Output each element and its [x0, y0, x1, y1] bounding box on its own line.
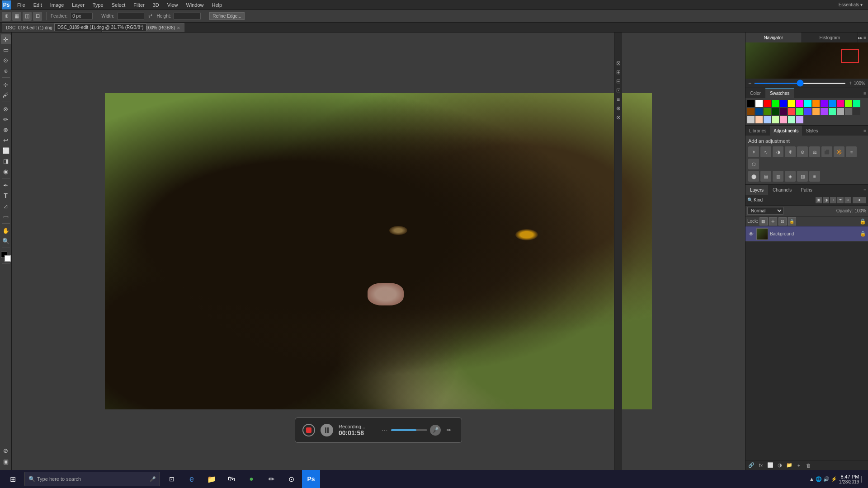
adj-channelmix[interactable]: ≋ [846, 146, 857, 157]
swatch[interactable] [853, 100, 860, 107]
layers-filter-text[interactable]: T [830, 197, 836, 203]
adj-invert[interactable]: ⬤ [748, 171, 759, 182]
nav-expand-btn[interactable]: ▸▸ [858, 35, 863, 40]
swatch[interactable] [780, 108, 787, 115]
adj-hsl[interactable]: ⊙ [797, 146, 808, 157]
swatch[interactable] [755, 108, 763, 115]
swatch[interactable] [845, 108, 852, 115]
adj-brightness[interactable]: ☀ [748, 146, 759, 157]
swatch[interactable] [829, 108, 836, 115]
swatch[interactable] [796, 100, 803, 107]
tool-zoom[interactable]: 🔍 [1, 236, 11, 246]
panel-collapse-icon5[interactable]: ≡ [615, 96, 622, 103]
panel-collapse-icon1[interactable]: ⊠ [615, 60, 622, 67]
tray-speaker[interactable]: 🔊 [823, 476, 830, 482]
recording-pause-btn[interactable] [321, 424, 333, 436]
swatch[interactable] [747, 108, 755, 115]
layer-visibility-toggle[interactable]: 👁 [747, 230, 755, 238]
tool-color-swatches[interactable] [1, 252, 11, 262]
swatch[interactable] [772, 108, 779, 115]
tab-adjustments[interactable]: Adjustments [770, 126, 802, 136]
swatch[interactable] [780, 116, 787, 123]
swatch[interactable] [821, 100, 828, 107]
width-input[interactable] [117, 13, 144, 19]
taskbar-edge[interactable]: e [183, 470, 201, 488]
panel-collapse-icon4[interactable]: ⊡ [615, 87, 622, 94]
swatch[interactable] [755, 100, 763, 107]
color-menu-btn[interactable]: ≡ [863, 91, 866, 96]
swatch[interactable] [829, 100, 836, 107]
swatch[interactable] [764, 108, 771, 115]
adj-threshold[interactable]: ▧ [773, 171, 783, 182]
panel-collapse-icon2[interactable]: ⊞ [615, 69, 622, 76]
layer-background[interactable]: 👁 Background 🔒 [745, 226, 868, 242]
swatch[interactable] [804, 108, 811, 115]
feather-input[interactable] [70, 13, 93, 19]
swatch[interactable] [747, 116, 755, 123]
tool-brush[interactable]: ✏ [1, 114, 11, 124]
panel-collapse-icon7[interactable]: ⊗ [615, 114, 622, 121]
tab-channels[interactable]: Channels [768, 185, 796, 195]
start-button[interactable]: ⊞ [2, 470, 24, 488]
tab-color[interactable]: Color [745, 88, 765, 98]
tool-pen[interactable]: ✒ [1, 180, 11, 190]
menu-filter[interactable]: Filter [130, 1, 148, 9]
lock-pixel-btn[interactable]: ▦ [760, 217, 768, 225]
tray-up-arrow[interactable]: ▲ [809, 476, 814, 482]
layers-filter-toggle[interactable]: ● [853, 197, 866, 203]
nav-zoom-out[interactable]: − [748, 80, 751, 86]
adj-levels[interactable]: ≡ [809, 171, 820, 182]
swatch[interactable] [788, 108, 795, 115]
add-layer-btn[interactable]: + [795, 461, 803, 469]
tool-screen-mode[interactable]: ▣ [1, 456, 11, 466]
tool-quick-mask[interactable]: ⊘ [1, 446, 11, 455]
add-group-btn[interactable]: 📁 [785, 461, 793, 469]
layers-filter-adj[interactable]: ◑ [823, 197, 829, 203]
tool-hand[interactable]: ✋ [1, 225, 11, 235]
background-color[interactable] [5, 255, 11, 262]
menu-select[interactable]: Select [108, 1, 129, 9]
tool-move[interactable]: ✛ [1, 34, 11, 44]
search-bar[interactable]: 🔍 Type here to search 🎤 [24, 472, 160, 486]
tab-navigator[interactable]: Navigator [745, 33, 802, 42]
layers-blend-mode[interactable]: Normal [747, 207, 783, 215]
swatch[interactable] [812, 108, 820, 115]
tab-libraries[interactable]: Libraries [745, 126, 770, 136]
panel-collapse-icon3[interactable]: ⊟ [615, 78, 622, 85]
recording-mic-btn[interactable]: 🎤 [430, 425, 441, 436]
tool-select[interactable]: ▭ [1, 45, 11, 55]
swatch[interactable] [853, 108, 860, 115]
add-link-btn[interactable]: 🔗 [747, 461, 755, 469]
add-fx-btn[interactable]: fx [757, 461, 765, 469]
show-desktop-btn[interactable]: | [861, 475, 863, 483]
menu-help[interactable]: Help [208, 1, 226, 9]
tab-styles[interactable]: Styles [802, 126, 821, 136]
layers-filter-vector[interactable]: ✒ [837, 197, 844, 203]
adj-bw[interactable]: ⬛ [821, 146, 832, 157]
tool-dodge[interactable]: ◉ [1, 166, 11, 176]
adj-exposure[interactable]: ◑ [773, 146, 783, 157]
taskbar-photoshop[interactable]: Ps [302, 470, 320, 488]
recording-stop-btn[interactable] [302, 424, 315, 436]
nav-zoom-in[interactable]: + [849, 80, 852, 86]
menu-view[interactable]: View [164, 1, 182, 9]
tab-layers[interactable]: Layers [745, 185, 768, 195]
recording-pen-btn[interactable]: ✏ [443, 425, 454, 436]
time-block[interactable]: 8:47 PM 1/28/2019 [839, 474, 859, 484]
menu-layer[interactable]: Layer [68, 1, 88, 9]
tool-options-btn2[interactable]: ▦ [12, 12, 21, 21]
height-input[interactable] [174, 13, 201, 19]
tool-stamp[interactable]: ⊛ [1, 125, 11, 135]
adj-vibrance[interactable]: ❋ [785, 146, 796, 157]
tab-paths[interactable]: Paths [796, 185, 817, 195]
delete-layer-btn[interactable]: 🗑 [804, 461, 812, 469]
adj-colorbalance[interactable]: ⚖ [809, 146, 820, 157]
swatch[interactable] [845, 100, 852, 107]
tab-histogram[interactable]: Histogram [802, 33, 859, 42]
menu-type[interactable]: Type [89, 1, 107, 9]
menu-window[interactable]: Window [182, 1, 207, 9]
add-mask-btn[interactable]: ⬜ [766, 461, 774, 469]
menu-file[interactable]: File [14, 1, 29, 9]
tool-text[interactable]: T [1, 191, 11, 201]
layers-menu-btn[interactable]: ≡ [863, 188, 866, 192]
